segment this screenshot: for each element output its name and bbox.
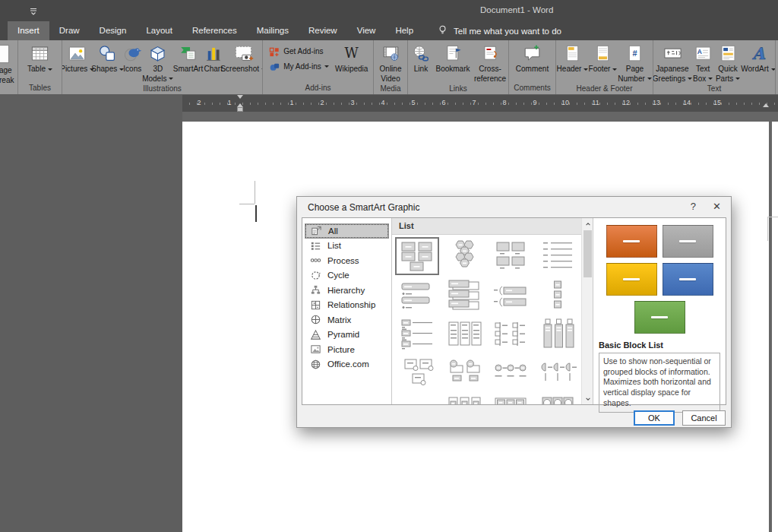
- gallery-item-vertical-box-list[interactable]: [534, 275, 581, 314]
- svg-text:W: W: [345, 46, 359, 61]
- cancel-button[interactable]: Cancel: [682, 410, 726, 426]
- button-smartart[interactable]: SmartArt: [173, 41, 203, 84]
- gallery-item-detailed-process[interactable]: [534, 353, 581, 391]
- preview-block-orange: [606, 225, 657, 258]
- ruler-number: 6: [441, 99, 445, 106]
- ok-button[interactable]: OK: [634, 410, 675, 426]
- scroll-up-icon[interactable]: [582, 218, 593, 230]
- button-footer[interactable]: Footer: [589, 41, 618, 84]
- button-get-add-ins[interactable]: Get Add-ins: [269, 46, 328, 57]
- horizontal-ruler[interactable]: 21123456789101112131415: [182, 95, 778, 112]
- category-office-com[interactable]: Office.com: [305, 357, 389, 372]
- scroll-down-icon[interactable]: [582, 393, 593, 404]
- category-pyramid[interactable]: Pyramid: [305, 328, 389, 343]
- gallery-item-tab-list[interactable]: [441, 275, 488, 314]
- button-wordart[interactable]: AWordArt: [742, 41, 775, 84]
- button-bookmark[interactable]: Bookmark: [434, 41, 472, 84]
- close-icon[interactable]: ✕: [713, 201, 721, 212]
- ruler-row: 21123456789101112131415: [0, 95, 778, 112]
- category-all[interactable]: All: [305, 223, 389, 239]
- button-pictures[interactable]: Pictures: [62, 41, 93, 84]
- chevron-down-icon: [584, 68, 588, 71]
- button-icons[interactable]: Icons: [122, 41, 143, 84]
- first-line-indent-marker[interactable]: [237, 95, 243, 99]
- gallery-item-square-accent-list[interactable]: [441, 314, 488, 353]
- gallery-scrollbar[interactable]: [581, 218, 593, 404]
- ribbon-tab-mailings[interactable]: Mailings: [247, 21, 299, 40]
- comment-icon: [522, 43, 542, 64]
- button-my-add-ins[interactable]: My Add-ins: [269, 61, 328, 72]
- category-picture[interactable]: Picture: [305, 342, 389, 357]
- ribbon-group-comments: CommentComments: [509, 40, 556, 94]
- all-icon: [311, 225, 322, 236]
- gallery-item-horizontal-bullet-list[interactable]: [394, 314, 441, 353]
- button-wikipedia[interactable]: WWikipedia: [332, 41, 372, 83]
- button-japanese-greetings[interactable]: JapaneseGreetings: [653, 41, 691, 84]
- category-relationship[interactable]: Relationship: [305, 298, 389, 313]
- gallery-item-vertical-block-list[interactable]: [534, 314, 581, 353]
- category-process[interactable]: Process: [305, 253, 389, 268]
- ruler-number: 14: [683, 99, 691, 106]
- gallery-item-bracket-list[interactable]: [488, 275, 535, 314]
- gallery-item-split-list[interactable]: [488, 314, 535, 353]
- gallery-item-grouped-list[interactable]: [441, 353, 488, 391]
- ruler-number: 1: [289, 99, 293, 106]
- gallery-item-basic-block-list[interactable]: [394, 236, 441, 275]
- scrollbar-thumb[interactable]: [584, 230, 592, 277]
- gallery-item-picture-blocks[interactable]: [394, 353, 441, 391]
- category-hierarchy[interactable]: Hierarchy: [305, 283, 389, 298]
- button-shapes[interactable]: Shapes: [93, 41, 122, 84]
- gallery-item-picture-caption-list[interactable]: [488, 236, 535, 275]
- button-cross-reference[interactable]: Cross-reference: [472, 41, 508, 84]
- svg-text:A: A: [697, 48, 701, 55]
- gallery-item-circle-process[interactable]: [488, 353, 535, 391]
- ribbon-tab-layout[interactable]: Layout: [136, 21, 182, 40]
- gallery-item-vertical-bullet-list[interactable]: [394, 275, 441, 314]
- button-online-video[interactable]: OnlineVideo: [375, 41, 406, 84]
- cycle-icon: [310, 270, 321, 281]
- button-3d-models[interactable]: 3DModels: [143, 41, 173, 84]
- process-icon: [310, 255, 321, 266]
- button-page-number[interactable]: #PageNumber: [618, 41, 653, 84]
- group-label-header-footer: Header & Footer: [556, 84, 653, 94]
- next-page-edge: [772, 122, 778, 532]
- category-matrix[interactable]: Matrix: [305, 312, 389, 328]
- link-icon: [411, 43, 432, 64]
- ribbon-tab-references[interactable]: References: [182, 21, 247, 40]
- gallery-item-table-list[interactable]: [488, 391, 535, 404]
- ruler-number: 11: [592, 99, 599, 106]
- ribbon-tab-design[interactable]: Design: [90, 21, 137, 40]
- gallery-item-column-list[interactable]: [441, 391, 488, 404]
- category-list[interactable]: List: [305, 239, 389, 254]
- button-chart[interactable]: Chart: [203, 41, 223, 84]
- button-comment[interactable]: Comment: [512, 41, 553, 83]
- button-quick-parts[interactable]: QuickParts: [714, 41, 742, 84]
- footer-icon: [593, 43, 613, 64]
- ribbon-tab-review[interactable]: Review: [299, 21, 347, 40]
- quick-access-toolbar-icon[interactable]: [27, 5, 40, 17]
- svg-text:#: #: [632, 49, 637, 58]
- ribbon-tab-view[interactable]: View: [347, 21, 386, 40]
- gallery-item-circle-column-list[interactable]: [534, 391, 581, 404]
- button-text-box[interactable]: ATextBox: [691, 41, 714, 84]
- text-boundary-mark: [239, 204, 255, 204]
- help-button[interactable]: ?: [691, 201, 696, 212]
- gallery-item-chained-list[interactable]: [394, 391, 441, 404]
- ribbon-tab-draw[interactable]: Draw: [49, 21, 90, 40]
- gallery-item-lined-list[interactable]: [534, 236, 581, 275]
- button-table[interactable]: Table: [19, 41, 62, 83]
- text-placeholder-dash: [651, 316, 668, 318]
- gallery-item-alternating-hexagons[interactable]: [441, 236, 488, 275]
- ribbon-tab-insert[interactable]: Insert: [8, 21, 49, 40]
- button-screenshot[interactable]: Screenshot: [223, 41, 263, 84]
- page-break-button-clipped[interactable]: age reak: [0, 40, 18, 94]
- tell-me-box[interactable]: Tell me what you want to do: [437, 21, 561, 40]
- group-label-illustrations: Illustrations: [62, 84, 262, 94]
- category-cycle[interactable]: Cycle: [305, 268, 389, 283]
- right-indent-marker[interactable]: [763, 103, 769, 107]
- button-link[interactable]: Link: [408, 41, 434, 84]
- preview-block-blue: [663, 263, 713, 296]
- selected-thumbnail-frame: [395, 237, 439, 275]
- ribbon-tab-help[interactable]: Help: [385, 21, 423, 40]
- button-header[interactable]: Header: [557, 41, 589, 84]
